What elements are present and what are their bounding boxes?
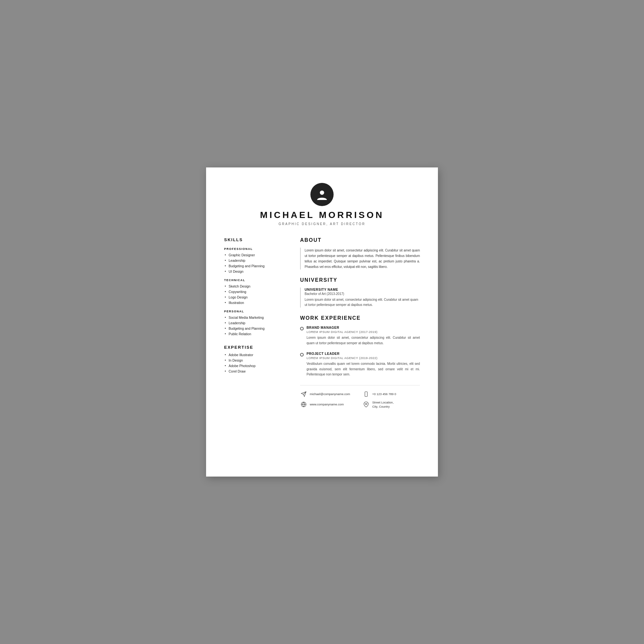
- list-item: Public Relation: [224, 332, 289, 336]
- list-item: Budgeting and Planning: [224, 264, 289, 268]
- address-text: Street Location,City, Country: [372, 400, 394, 409]
- about-heading: ABOUT: [300, 237, 420, 243]
- left-column: SKILLS PROFESSIONAL Graphic Designer Lea…: [224, 237, 289, 409]
- svg-point-0: [320, 191, 324, 195]
- technical-subheading: TECHNICAL: [224, 279, 289, 282]
- list-item: Copywriting: [224, 290, 289, 294]
- work-dot-icon: [300, 353, 304, 356]
- university-entry: UNIVERSITY NAME Bachelor of Art (2013-20…: [300, 288, 420, 308]
- work-entry-1: BRAND MANAGER LOREM IPSUM DIGITAL AGENCY…: [300, 326, 420, 346]
- phone-icon: [363, 391, 370, 398]
- skills-heading: SKILLS: [224, 237, 289, 242]
- avatar: [310, 183, 334, 206]
- work-company-2: LOREM IPSUM DIGITAL AGENCY (2019-2022): [307, 356, 420, 360]
- contact-section: michael@companyname.com +0 123 456 789 0: [300, 385, 420, 409]
- list-item: Adobe Illustrator: [224, 353, 289, 357]
- work-title-2: PROJECT LEADER: [307, 352, 420, 355]
- list-item: UI Design: [224, 270, 289, 273]
- website-text: www.companyname.com: [310, 402, 344, 406]
- globe-icon-svg: [301, 402, 307, 407]
- personal-subheading: PERSONAL: [224, 310, 289, 313]
- phone-text: +0 123 456 789 0: [372, 392, 396, 396]
- email-icon: [300, 391, 307, 398]
- list-item: Graphic Designer: [224, 253, 289, 257]
- technical-skills-list: Sketch Design Copywriting Logo Design Il…: [224, 284, 289, 305]
- work-desc-1: Lorem ipsum dolor sit amet, consectetur …: [307, 335, 420, 346]
- list-item: Budgeting and Planning: [224, 327, 289, 330]
- about-text: Lorem ipsum dolor sit amet, consectetur …: [300, 248, 420, 270]
- university-degree: Bachelor of Art (2013-2017): [305, 292, 420, 296]
- personal-skills-list: Social Media Marketing Leadership Budget…: [224, 316, 289, 336]
- university-section: UNIVERSITY UNIVERSITY NAME Bachelor of A…: [300, 277, 420, 308]
- about-section: ABOUT Lorem ipsum dolor sit amet, consec…: [300, 237, 420, 270]
- body-layout: SKILLS PROFESSIONAL Graphic Designer Lea…: [224, 237, 420, 409]
- website-contact: www.companyname.com: [300, 400, 357, 409]
- list-item: Sketch Design: [224, 284, 289, 288]
- header-name: MICHAEL MORRISON: [224, 210, 420, 220]
- list-item: Logo Design: [224, 295, 289, 299]
- work-title-1: BRAND MANAGER: [307, 326, 420, 329]
- location-icon: [363, 401, 370, 408]
- work-heading: WORK EXPERIENCE: [300, 315, 420, 321]
- list-item: Adobe Photoshop: [224, 364, 289, 368]
- work-dot-icon: [300, 327, 304, 330]
- professional-subheading: PROFESSIONAL: [224, 247, 289, 251]
- right-column: ABOUT Lorem ipsum dolor sit amet, consec…: [300, 237, 420, 409]
- resume-page: MICHAEL MORRISON GRAPHIC DESIGNER, ART D…: [206, 167, 438, 477]
- list-item: Leadership: [224, 259, 289, 262]
- work-company-1: LOREM IPSUM DIGITAL AGENCY (2017-2019): [307, 330, 420, 334]
- email-text: michael@companyname.com: [310, 392, 350, 396]
- mobile-icon: [363, 391, 369, 397]
- university-description: Lorem ipsum dolor sit amet, consectetur …: [305, 297, 420, 308]
- expertise-skills-list: Adobe Illustrator In Design Adobe Photos…: [224, 353, 289, 373]
- list-item: In Design: [224, 358, 289, 362]
- map-pin-icon: [363, 402, 369, 407]
- email-contact: michael@companyname.com: [300, 391, 357, 398]
- list-item: Leadership: [224, 321, 289, 325]
- send-icon: [301, 391, 307, 397]
- professional-skills-list: Graphic Designer Leadership Budgeting an…: [224, 253, 289, 273]
- list-item: Corel Draw: [224, 369, 289, 373]
- svg-point-6: [365, 403, 367, 405]
- person-icon: [316, 188, 328, 201]
- resume-header: MICHAEL MORRISON GRAPHIC DESIGNER, ART D…: [224, 183, 420, 226]
- university-name: UNIVERSITY NAME: [305, 288, 420, 291]
- globe-icon: [300, 401, 307, 408]
- svg-rect-2: [365, 392, 367, 396]
- work-desc-2: Vestibulum convallis quam vel lorem comm…: [307, 361, 420, 377]
- address-contact: Street Location,City, Country: [363, 400, 420, 409]
- phone-contact: +0 123 456 789 0: [363, 391, 420, 398]
- header-title: GRAPHIC DESIGNER, ART DIRECTOR: [224, 222, 420, 226]
- list-item: Illustration: [224, 301, 289, 305]
- work-entry-2: PROJECT LEADER LOREM IPSUM DIGITAL AGENC…: [300, 352, 420, 377]
- expertise-heading: EXPERTISE: [224, 345, 289, 350]
- university-heading: UNIVERSITY: [300, 277, 420, 283]
- work-experience-section: WORK EXPERIENCE BRAND MANAGER LOREM IPSU…: [300, 315, 420, 377]
- list-item: Social Media Marketing: [224, 316, 289, 319]
